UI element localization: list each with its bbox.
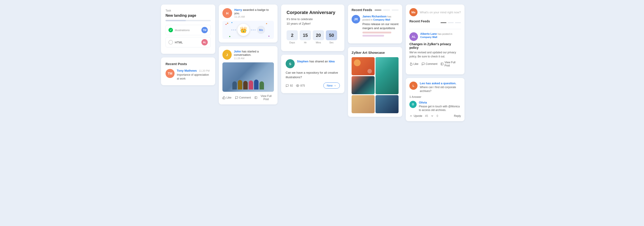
comment-icon xyxy=(235,96,238,99)
social-input-placeholder[interactable]: What's on your mind right now? xyxy=(420,11,461,14)
confetti-dot-1 xyxy=(227,23,228,24)
feeds-title: Recent Feeds xyxy=(352,8,372,12)
idea-message: Stephen has shared an Idea xyxy=(297,59,335,64)
person-5 xyxy=(254,80,258,90)
qa-reply-content: Olivia Please get in touch with @Monica … xyxy=(419,101,461,112)
person-1 xyxy=(232,81,237,90)
downvote-btn[interactable] xyxy=(430,114,434,118)
post-info: Tony Mathews 11.20 PM Importance of appr… xyxy=(177,69,211,81)
art-item-colorful[interactable] xyxy=(352,76,374,94)
qa-asker-name: Leo has asked a question. xyxy=(420,82,461,85)
badge-dots-right xyxy=(251,29,256,31)
task-progress-bar xyxy=(166,20,211,21)
feed2-header-alberto: AL Alberto Lane has posted in Company Wa… xyxy=(410,32,461,41)
art-img-teal xyxy=(376,57,398,94)
badge-sender-avatar: H xyxy=(222,8,232,18)
art-img-orange xyxy=(352,57,374,75)
qa-reply-btn[interactable]: Reply xyxy=(454,114,461,118)
dot xyxy=(231,29,232,31)
task-label: Task xyxy=(166,9,211,12)
feeds-tab-1[interactable] xyxy=(374,10,382,11)
feed2-view-full-btn[interactable]: View Full Post xyxy=(440,61,461,67)
feed2-author-block: Alberto Lane has posted in Company Wall xyxy=(420,32,461,41)
feed2-view-full-label: View Full Post xyxy=(444,61,461,67)
feed2-comment-btn[interactable]: Comment xyxy=(422,62,438,66)
badge-crown-icon: 👑 xyxy=(237,24,250,36)
task-item-name-illustrations: Illustrations xyxy=(175,29,190,32)
countdown-mins: 20 Mins xyxy=(313,30,324,44)
badge-visual: 👑 Me xyxy=(222,21,274,39)
social-tab-3[interactable] xyxy=(455,22,461,23)
qa-footer: Upvote 45 0 Reply xyxy=(410,114,461,118)
person-3 xyxy=(243,81,248,90)
idea-avatar: S xyxy=(286,59,295,68)
task-title: New landing page xyxy=(166,14,211,18)
recent-posts-card: Recent Posts TM Tony Mathews 11.20 PM Im… xyxy=(161,57,215,85)
art-overlay xyxy=(376,57,398,94)
view-full-icon xyxy=(440,62,444,66)
person-2 xyxy=(238,80,242,90)
feed-item-james: JR James Richardson has posted in Compan… xyxy=(352,15,398,37)
feed2-title: Changes in Zylker's privacy policy xyxy=(410,42,461,50)
anniversary-title: Corporate Anniversary xyxy=(286,10,339,15)
art-showcase-title: Zylker Art Showcase xyxy=(352,51,398,55)
feed2-posted: has posted in xyxy=(438,33,452,35)
convo-message: John has started a conversation. xyxy=(234,50,274,57)
dot xyxy=(251,29,252,31)
feed2-author-name: Alberto Lane xyxy=(420,32,437,36)
feed2-author-line: Alberto Lane has posted in Company Wall xyxy=(420,32,461,39)
convo-comment-btn[interactable]: Comment xyxy=(235,96,251,99)
view-stat-icon xyxy=(296,84,299,87)
art-item-teal[interactable] xyxy=(376,57,398,94)
social-tab-2[interactable] xyxy=(448,22,454,23)
convo-time: 11:28 AM xyxy=(234,57,274,60)
feeds-tab-3[interactable] xyxy=(392,10,398,11)
convo-like-btn[interactable]: Like xyxy=(222,96,232,99)
idea-stats: 92 875 xyxy=(286,84,305,87)
convo-view-full-btn[interactable]: View Full Post xyxy=(254,94,274,101)
dot xyxy=(253,29,254,31)
badge-sender-name: Harry xyxy=(234,8,242,12)
feed-author-line-james: James Richardson has posted in Company W… xyxy=(362,15,398,21)
task-item-avatar-2: AL xyxy=(202,39,208,46)
chevron-down-icon xyxy=(334,84,336,87)
task-item-avatar-1: TM xyxy=(202,27,208,33)
comment-stat: 92 xyxy=(286,84,293,87)
feed-content-james: James Richardson has posted in Company W… xyxy=(362,15,398,37)
feeds-tab-2[interactable] xyxy=(383,10,390,11)
task-item-html[interactable]: HTML AL xyxy=(166,37,211,48)
countdown-mins-num: 20 xyxy=(313,30,324,40)
svg-rect-3 xyxy=(441,63,443,65)
convo-actions: Like Comment View Full Post xyxy=(222,94,274,101)
confetti-dot-5 xyxy=(268,36,270,37)
feeds-card: Recent Feeds JR James Richardson has pos… xyxy=(348,5,402,43)
qa-card: L Leo has asked a question. Where can I … xyxy=(406,78,464,121)
art-shape xyxy=(368,69,372,73)
art-item-street[interactable] xyxy=(376,95,398,113)
qa-question-block: Leo has asked a question. Where can I fi… xyxy=(420,82,461,93)
task-card: Task New landing page Illustrations TM H… xyxy=(161,5,215,54)
badge-message-block: Harry awarded a badge to you. 11:25 AM xyxy=(234,8,274,18)
anniversary-card: Corporate Anniversary It's time to celeb… xyxy=(281,5,344,51)
idea-footer: 92 875 New xyxy=(286,83,340,89)
like-icon xyxy=(410,62,412,66)
post-author[interactable]: Tony Mathews xyxy=(177,69,197,72)
convo-image xyxy=(222,62,274,92)
new-button[interactable]: New xyxy=(323,83,340,89)
feed-skeleton-1 xyxy=(362,32,391,34)
new-button-label: New xyxy=(327,84,332,87)
convo-message-block: John has started a conversation. 11:28 A… xyxy=(234,50,274,60)
social-tab-1[interactable] xyxy=(440,22,446,23)
task-check-empty xyxy=(168,40,173,45)
post-avatar: TM xyxy=(166,69,174,78)
art-item-food[interactable] xyxy=(352,95,374,113)
confetti-dot-3 xyxy=(232,22,232,23)
countdown-days-label: Days xyxy=(289,41,295,44)
feed2-like-btn[interactable]: Like xyxy=(410,62,418,66)
task-item-illustrations[interactable]: Illustrations TM xyxy=(166,25,211,35)
social-section-header: Recent Feeds xyxy=(410,20,461,26)
art-item-1[interactable] xyxy=(352,57,374,75)
confetti-dot-6 xyxy=(229,36,230,37)
convo-card: J John has started a conversation. 11:28… xyxy=(219,46,278,104)
upvote-btn[interactable]: Upvote xyxy=(410,114,422,118)
